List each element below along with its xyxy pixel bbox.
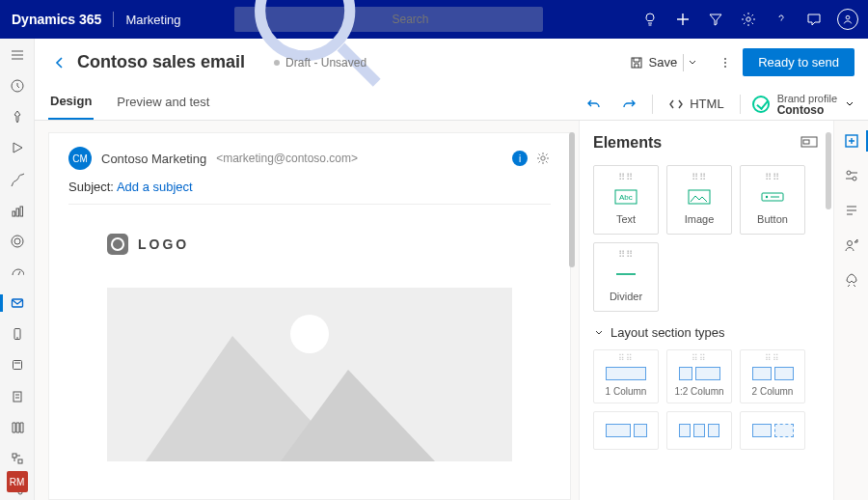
back-button[interactable] (48, 51, 71, 74)
layout-1-label: 1 Column (606, 386, 647, 397)
personalization-tab[interactable] (841, 235, 862, 256)
divider (740, 95, 741, 114)
plus-icon[interactable] (667, 0, 698, 39)
layout-1-column[interactable]: ⠿⠿1 Column (593, 349, 659, 403)
logo-mark-icon (107, 234, 128, 255)
checkmark-badge-icon (752, 96, 770, 113)
search-input[interactable] (392, 13, 535, 26)
redo-button[interactable] (617, 93, 640, 116)
form-icon[interactable] (6, 386, 29, 407)
svg-rect-13 (13, 454, 16, 458)
tab-preview[interactable]: Preview and test (115, 89, 211, 119)
assets-icon[interactable] (6, 417, 29, 438)
app-topbar: Dynamics 365 Marketing (0, 0, 868, 39)
svg-text:Abc: Abc (619, 193, 633, 202)
email-canvas-area: CM Contoso Marketing <marketing@contoso.… (35, 121, 579, 500)
play-icon[interactable] (6, 137, 29, 158)
info-badge-icon[interactable]: i (512, 151, 528, 166)
layout-2-column[interactable]: ⠿⠿2 Column (740, 349, 805, 403)
gear-icon[interactable] (535, 151, 551, 166)
save-split-chevron[interactable] (683, 54, 700, 71)
settings-tab[interactable] (841, 165, 862, 186)
sender-name: Contoso Marketing (101, 152, 206, 166)
element-divider[interactable]: ⠿⠿ Divider (593, 242, 659, 312)
status-dot (274, 60, 280, 66)
hero-image-placeholder[interactable] (107, 288, 512, 461)
svg-rect-6 (20, 207, 23, 216)
add-element-tab[interactable] (841, 130, 862, 152)
element-text-label: Text (616, 213, 636, 225)
ready-to-send-button[interactable]: Ready to send (743, 48, 854, 76)
element-button[interactable]: ⠿⠿ Button (740, 165, 805, 235)
layout-1-2-column[interactable]: ⠿⠿1:2 Column (666, 349, 732, 403)
panel-mode-toggle[interactable] (800, 134, 818, 152)
save-button[interactable]: Save (622, 50, 709, 75)
global-search[interactable] (234, 7, 543, 32)
speed-icon[interactable] (6, 262, 29, 283)
sms-icon[interactable] (6, 323, 29, 345)
html-label: HTML (690, 97, 723, 111)
user-initials-avatar[interactable]: RM (7, 471, 28, 492)
code-icon (668, 97, 684, 112)
element-text[interactable]: ⠿⠿ Abc Text (593, 165, 659, 235)
elements-panel: Elements ⠿⠿ Abc Text ⠿⠿ Image ⠿ (579, 121, 833, 500)
styles-tab[interactable] (841, 200, 862, 221)
area-name[interactable]: Marketing (125, 13, 180, 27)
recent-icon[interactable] (6, 75, 29, 97)
analytics-icon[interactable] (6, 200, 29, 221)
svg-point-1 (746, 17, 750, 21)
layout-section-header[interactable]: Layout section types (593, 325, 829, 340)
tab-design[interactable]: Design (48, 88, 94, 120)
svg-point-18 (724, 58, 726, 60)
email-icon[interactable] (6, 292, 29, 314)
rocket-tab[interactable] (841, 269, 862, 291)
pin-icon[interactable] (6, 106, 29, 127)
svg-rect-11 (13, 361, 21, 370)
sender-avatar: CM (68, 147, 92, 170)
brand-name[interactable]: Dynamics 365 (12, 12, 113, 27)
hamburger-icon[interactable] (6, 44, 29, 66)
brand-profile-selector[interactable]: Brand profileContoso (752, 93, 854, 116)
status-text: Draft - Unsaved (285, 56, 366, 69)
save-label: Save (649, 55, 678, 69)
gear-icon[interactable] (733, 0, 764, 39)
undo-button[interactable] (583, 93, 606, 116)
layout-3-column[interactable] (666, 411, 732, 450)
svg-point-32 (847, 241, 852, 246)
push-icon[interactable] (6, 354, 29, 375)
element-button-label: Button (757, 213, 788, 225)
add-subject-link[interactable]: Add a subject (117, 180, 193, 194)
brand-divider (113, 12, 114, 27)
sender-email: <marketing@contoso.com> (216, 152, 358, 165)
more-actions[interactable] (716, 56, 735, 69)
chat-icon[interactable] (799, 0, 829, 39)
target-icon[interactable] (6, 231, 29, 252)
filter-icon[interactable] (700, 0, 731, 39)
svg-point-31 (853, 177, 856, 181)
layout-2-1-column[interactable] (593, 411, 659, 450)
page-header: Contoso sales email Draft - Unsaved Save… (35, 39, 868, 82)
email-canvas[interactable]: CM Contoso Marketing <marketing@contoso.… (48, 132, 571, 500)
svg-rect-14 (18, 459, 22, 463)
svg-point-19 (724, 62, 726, 64)
journey-icon[interactable] (6, 169, 29, 190)
element-image[interactable]: ⠿⠿ Image (666, 165, 732, 235)
user-avatar[interactable] (837, 9, 858, 30)
logo-text: LOGO (138, 236, 189, 252)
element-divider-label: Divider (610, 291, 642, 302)
html-button[interactable]: HTML (665, 93, 727, 116)
segment-icon[interactable] (6, 448, 29, 469)
lightbulb-icon[interactable] (635, 0, 665, 39)
layout-section-title: Layout section types (610, 325, 725, 340)
layout-custom-column[interactable] (740, 411, 805, 450)
brand-profile-value: Contoso (777, 104, 837, 116)
svg-rect-23 (803, 140, 809, 144)
svg-rect-5 (16, 208, 19, 216)
help-icon[interactable] (766, 0, 797, 39)
page-title: Contoso sales email (77, 52, 245, 72)
svg-point-2 (846, 15, 850, 19)
chevron-down-icon (593, 327, 605, 339)
element-image-label: Image (685, 213, 715, 225)
logo-block[interactable]: LOGO (107, 234, 512, 255)
subject-label: Subject: (68, 180, 114, 194)
